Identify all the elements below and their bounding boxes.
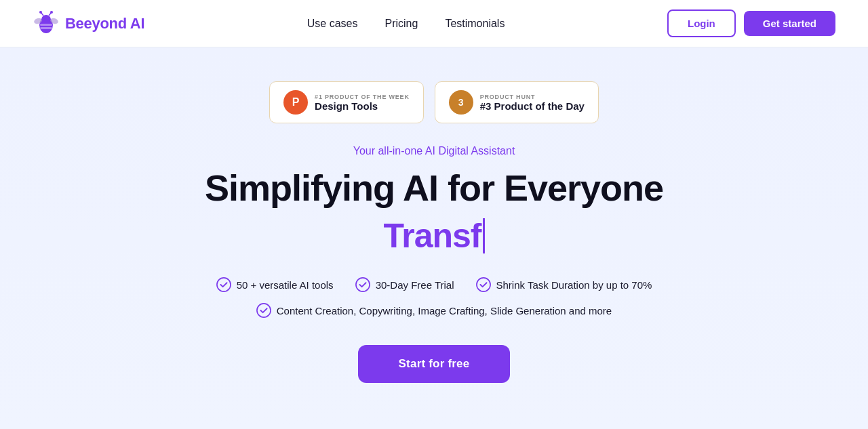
badge2-content: PRODUCT HUNT #3 Product of the Day bbox=[480, 94, 585, 112]
feature-item-1: 50 + versatile AI tools bbox=[216, 277, 334, 292]
hero-headline: Simplifying AI for Everyone bbox=[205, 168, 663, 208]
badge2-label: PRODUCT HUNT bbox=[480, 94, 585, 100]
svg-rect-2 bbox=[40, 24, 52, 26]
svg-point-1 bbox=[41, 15, 51, 24]
badge-award-icon: 3 bbox=[449, 90, 473, 115]
svg-point-11 bbox=[356, 278, 370, 291]
check-icon-4 bbox=[256, 303, 271, 318]
nav-actions: Login Get started bbox=[667, 9, 835, 37]
check-icon-3 bbox=[476, 277, 491, 292]
feature-item-2: 30-Day Free Trial bbox=[355, 277, 454, 292]
svg-point-9 bbox=[50, 11, 53, 14]
svg-point-10 bbox=[217, 278, 231, 291]
nav-pricing[interactable]: Pricing bbox=[384, 18, 418, 30]
logo-text: Beeyond AI bbox=[65, 15, 144, 33]
features-row-1: 50 + versatile AI tools 30-Day Free Tria… bbox=[216, 277, 652, 292]
hero-typed-text: Transf bbox=[383, 216, 484, 256]
logo[interactable]: Beeyond AI bbox=[33, 10, 144, 37]
nav-links: Use cases Pricing Testimonials bbox=[307, 18, 505, 30]
nav-testimonials[interactable]: Testimonials bbox=[445, 18, 505, 30]
badge1-content: #1 PRODUCT OF THE WEEK Design Tools bbox=[315, 94, 410, 112]
nav-use-cases[interactable]: Use cases bbox=[307, 18, 358, 30]
feature-item-3: Shrink Task Duration by up to 70% bbox=[476, 277, 652, 292]
navbar: Beeyond AI Use cases Pricing Testimonial… bbox=[0, 0, 868, 47]
svg-rect-3 bbox=[40, 27, 52, 29]
features-row-2: Content Creation, Copywriting, Image Cra… bbox=[256, 303, 612, 318]
badge-ph-icon: P bbox=[283, 90, 308, 115]
svg-point-13 bbox=[257, 304, 271, 317]
feature-label-3: Shrink Task Duration by up to 70% bbox=[496, 279, 652, 291]
login-button[interactable]: Login bbox=[667, 9, 736, 37]
feature-label-2: 30-Day Free Trial bbox=[376, 279, 454, 291]
hero-tagline: Your all-in-one AI Digital Assistant bbox=[353, 145, 515, 157]
badge-product-of-day: 3 PRODUCT HUNT #3 Product of the Day bbox=[435, 81, 599, 123]
text-cursor bbox=[483, 218, 485, 253]
features-row2-text: Content Creation, Copywriting, Image Cra… bbox=[277, 305, 612, 316]
feature-label-1: 50 + versatile AI tools bbox=[237, 279, 334, 291]
svg-point-12 bbox=[476, 278, 490, 291]
badges-row: P #1 PRODUCT OF THE WEEK Design Tools 3 … bbox=[269, 81, 599, 123]
badge1-title: Design Tools bbox=[315, 100, 410, 112]
start-for-free-button[interactable]: Start for free bbox=[358, 345, 511, 383]
typed-word: Transf bbox=[383, 216, 481, 256]
check-icon-1 bbox=[216, 277, 231, 292]
get-started-button[interactable]: Get started bbox=[744, 11, 835, 36]
badge1-label: #1 PRODUCT OF THE WEEK bbox=[315, 94, 410, 100]
svg-point-7 bbox=[39, 11, 42, 14]
badge2-title: #3 Product of the Day bbox=[480, 100, 585, 112]
check-icon-2 bbox=[355, 277, 370, 292]
badge-product-of-week: P #1 PRODUCT OF THE WEEK Design Tools bbox=[269, 81, 424, 123]
logo-icon bbox=[33, 10, 60, 37]
hero-section: P #1 PRODUCT OF THE WEEK Design Tools 3 … bbox=[0, 47, 868, 429]
